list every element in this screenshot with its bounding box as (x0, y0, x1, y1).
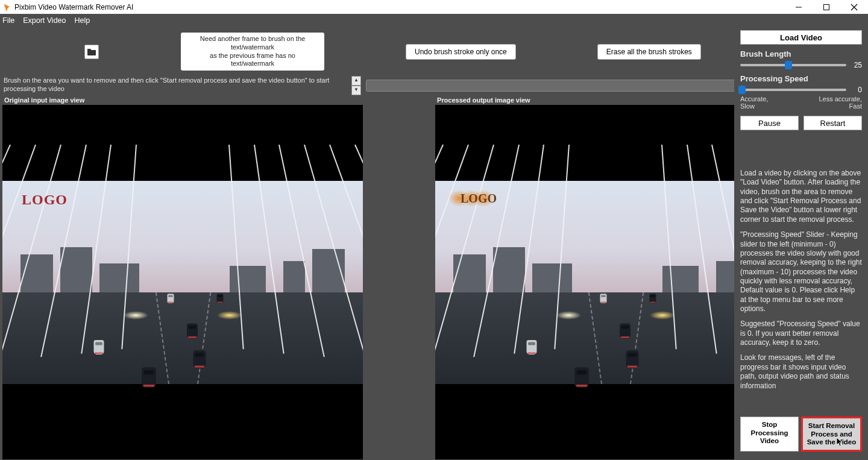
brush-overlay-text: LOGO (461, 192, 497, 206)
restart-button[interactable]: Restart (804, 116, 862, 130)
brush-length-thumb[interactable] (785, 61, 792, 69)
svg-rect-1 (824, 4, 829, 10)
menu-bar: File Export Video Help (0, 14, 868, 27)
stop-processing-button[interactable]: Stop Processing Video (740, 417, 799, 452)
maximize-button[interactable] (813, 0, 840, 14)
stepper-down-icon[interactable]: ▼ (351, 86, 361, 95)
erase-all-button[interactable]: Erase all the brush strokes (597, 44, 701, 60)
brush-length-label: Brush Length (740, 49, 862, 58)
processing-speed-thumb[interactable] (738, 86, 746, 94)
brush-length-slider[interactable] (740, 64, 846, 66)
load-video-button[interactable]: Load Video (740, 30, 862, 45)
start-removal-button[interactable]: Start Removal Process and Save the Video (801, 417, 862, 452)
frame-hint-box[interactable]: Need another frame to brush on the text/… (181, 33, 324, 71)
brush-length-value: 25 (849, 61, 862, 69)
menu-help[interactable]: Help (75, 16, 90, 25)
pause-button[interactable]: Pause (740, 116, 799, 130)
speed-left-label: Accurate, Slow (740, 95, 782, 110)
menu-export-video[interactable]: Export Video (23, 16, 66, 25)
cursor-icon (836, 437, 843, 447)
speed-right-label: Less accurate, Fast (808, 95, 862, 110)
processing-speed-value: 0 (849, 86, 862, 94)
minimize-button[interactable] (785, 0, 813, 14)
open-folder-button[interactable] (84, 45, 99, 59)
undo-brush-button[interactable]: Undo brush stroke only once (406, 44, 516, 60)
frame-stepper[interactable]: ▲ ▼ (351, 76, 361, 95)
status-text: Brush on the area you want to remove and… (0, 76, 351, 95)
frame-hint-line1: Need another frame to brush on the text/… (187, 35, 318, 52)
right-panel: Load Video Brush Length 25 Processing Sp… (734, 27, 868, 460)
original-view[interactable]: LOGO (2, 105, 363, 459)
menu-file[interactable]: File (2, 16, 14, 25)
processing-speed-slider[interactable] (740, 89, 846, 91)
original-view-title: Original input image view (2, 95, 433, 105)
window-title: Pixbim Video Watermark Remover AI (14, 3, 133, 11)
brush-overlay: LOGO (446, 187, 499, 210)
close-button[interactable] (840, 0, 868, 14)
title-bar: Pixbim Video Watermark Remover AI (0, 0, 868, 14)
help-text: Load a video by clicking on the above "L… (740, 169, 862, 397)
watermark-logo: LOGO (22, 192, 68, 208)
frame-hint-line2: as the previous frame has no text/waterm… (187, 52, 318, 69)
stepper-up-icon[interactable]: ▲ (351, 76, 361, 86)
start-removal-label: Start Removal Process and Save the Video (807, 422, 857, 445)
app-logo-icon (2, 3, 11, 11)
processing-speed-label: Processing Speed (740, 74, 862, 83)
